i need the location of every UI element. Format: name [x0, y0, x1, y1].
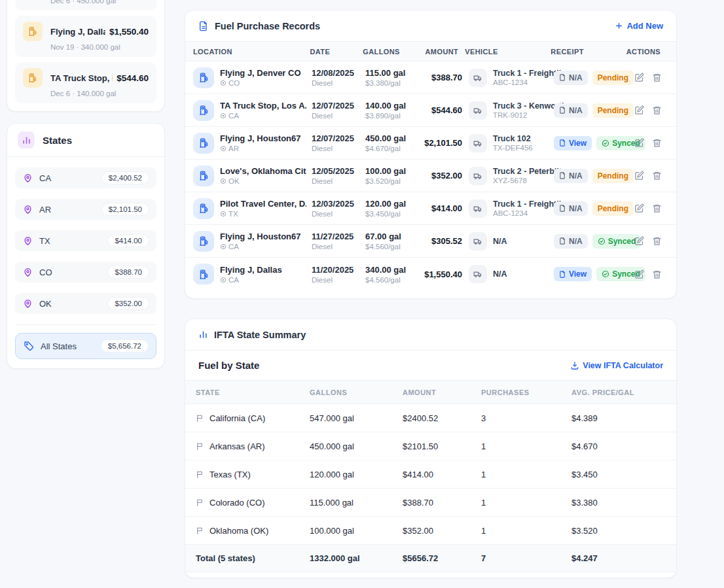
fuel-record-row: Flying J, Houston67 CA 11/27/2025 Diesel… — [185, 225, 676, 258]
edit-button[interactable] — [634, 269, 644, 279]
ifta-state-row: Texas (TX) 120.000 gal $414.00 1 $3.450 — [185, 460, 676, 489]
ifta-purchases: 3 — [481, 413, 571, 423]
fuel-pump-icon — [193, 264, 214, 285]
check-circle-icon — [602, 139, 609, 147]
all-states-row[interactable]: All States $5,656.72 — [15, 333, 156, 359]
record-price-per-gal: $4.560/gal — [365, 243, 413, 251]
record-amount: $544.60 — [413, 105, 462, 115]
edit-button[interactable] — [634, 73, 644, 82]
recent-purchase-card[interactable]: Flying J, Dallas $1,550.40 Nov 19 · 340.… — [15, 16, 156, 57]
recent-purchases-panel: Dec 6 · 450.000 gal Flying J, Dallas $1,… — [7, 0, 165, 112]
record-gallons: 115.00 gal — [365, 68, 413, 78]
record-date: 12/08/2025 — [312, 68, 365, 78]
fuel-record-row: Flying J, Dallas CA 11/20/2025 Diesel 34… — [185, 258, 676, 290]
flag-icon — [196, 442, 204, 451]
state-code: OK — [39, 299, 101, 309]
truck-icon — [469, 134, 487, 152]
fuel-record-row: Flying J, Houston67 AR 12/07/2025 Diesel… — [185, 127, 676, 160]
edit-button[interactable] — [634, 138, 644, 148]
file-icon — [559, 237, 566, 245]
record-price-per-gal: $3.520/gal — [365, 177, 413, 185]
ifta-gallons: 450.000 gal — [310, 441, 403, 451]
record-gallons: 67.00 gal — [365, 232, 413, 241]
state-row[interactable]: CA $2,400.52 — [15, 167, 156, 188]
file-icon — [559, 107, 566, 114]
recent-purchase-card[interactable]: TA Truck Stop, Los ... $544.60 Dec 6 · 1… — [15, 62, 156, 103]
record-amount: $305.52 — [413, 236, 462, 246]
ifta-title: IFTA State Summary — [214, 330, 663, 340]
record-vehicle: N/A — [493, 237, 507, 246]
delete-button[interactable] — [652, 236, 662, 246]
calculator-link-label: View IFTA Calculator — [583, 361, 663, 370]
recent-purchases-list: Dec 6 · 450.000 gal Flying J, Dallas $1,… — [15, 0, 156, 103]
state-row[interactable]: CO $388.70 — [15, 262, 156, 283]
edit-button[interactable] — [634, 171, 644, 181]
ifta-purchases: 1 — [481, 498, 571, 508]
state-row[interactable]: AR $2,101.50 — [15, 199, 156, 220]
record-vehicle: Truck 102 — [493, 134, 533, 143]
ifta-state-name: Colorado (CO) — [209, 498, 265, 508]
delete-button[interactable] — [652, 203, 662, 213]
column-avg-price: AVG. PRICE/GAL — [571, 389, 671, 396]
delete-button[interactable] — [652, 269, 662, 279]
record-fuel-type: Diesel — [312, 177, 365, 185]
ifta-state-name: Oklahoma (OK) — [209, 526, 268, 536]
state-row[interactable]: OK $352.00 — [15, 293, 156, 314]
map-pin-icon — [23, 205, 33, 215]
file-icon — [559, 172, 566, 179]
record-date: 11/27/2025 — [312, 232, 365, 241]
recent-purchase-card[interactable]: Dec 6 · 450.000 gal — [15, 0, 156, 10]
record-fuel-type: Diesel — [312, 79, 365, 87]
state-code: TX — [39, 236, 101, 246]
total-label: Total (5 states) — [190, 553, 310, 563]
fuel-record-row: Pilot Travel Center, D... TX 12/03/2025 … — [185, 192, 676, 225]
state-amount: $2,101.50 — [102, 203, 149, 215]
receipt-badge[interactable]: View — [554, 267, 592, 281]
record-plate: XYZ-5678 — [493, 177, 562, 184]
column-amount: AMOUNT — [403, 389, 481, 396]
edit-button[interactable] — [634, 236, 644, 246]
add-new-button[interactable]: Add New — [615, 21, 663, 31]
purchase-amount: $544.60 — [117, 73, 149, 83]
delete-button[interactable] — [652, 105, 662, 115]
file-icon — [559, 139, 566, 147]
ifta-table-header: STATE GALLONS AMOUNT PURCHASES AVG. PRIC… — [185, 381, 676, 404]
state-code: AR — [39, 205, 96, 215]
record-state: TX — [228, 210, 238, 218]
edit-button[interactable] — [634, 203, 644, 213]
edit-button[interactable] — [634, 105, 644, 115]
view-ifta-calculator-link[interactable]: View IFTA Calculator — [570, 361, 663, 370]
records-table-header: LOCATION DATE GALLONS AMOUNT VEHICLE REC… — [185, 41, 676, 61]
record-gallons: 450.00 gal — [365, 133, 413, 143]
location-target-icon — [220, 145, 226, 152]
ifta-amount: $352.00 — [403, 526, 481, 536]
record-amount: $2,101.50 — [413, 138, 462, 148]
record-price-per-gal: $3.380/gal — [365, 79, 413, 87]
purchase-location: Flying J, Dallas — [50, 27, 105, 37]
ifta-state-name: Texas (TX) — [209, 470, 251, 479]
state-row[interactable]: TX $414.00 — [15, 230, 156, 251]
delete-button[interactable] — [652, 138, 662, 148]
record-state: AR — [228, 145, 239, 152]
delete-button[interactable] — [652, 73, 662, 82]
tag-icon — [24, 341, 34, 351]
purchase-amount: $1,550.40 — [109, 27, 149, 37]
fuel-pump-icon — [193, 67, 214, 88]
record-location: Flying J, Houston67 — [220, 133, 301, 143]
receipt-badge: N/A — [554, 201, 588, 216]
ifta-avg-price: $3.520 — [571, 526, 671, 536]
delete-button[interactable] — [652, 171, 662, 181]
fuel-by-state-title: Fuel by State — [198, 360, 259, 371]
record-state: CA — [228, 112, 239, 120]
purchase-meta: Dec 6 · 140.000 gal — [50, 90, 149, 97]
ifta-gallons: 120.000 gal — [310, 470, 403, 479]
column-state: STATE — [190, 389, 310, 396]
ifta-avg-price: $4.389 — [571, 413, 671, 423]
flag-icon — [196, 414, 204, 423]
receipt-badge[interactable]: View — [554, 136, 592, 150]
fuel-purchase-records-panel: Fuel Purchase Records Add New LOCATION D… — [185, 10, 677, 299]
column-purchases: PURCHASES — [481, 389, 571, 396]
ifta-amount: $388.70 — [403, 498, 481, 508]
all-states-label: All States — [41, 341, 95, 351]
receipt-badge: N/A — [554, 234, 588, 249]
